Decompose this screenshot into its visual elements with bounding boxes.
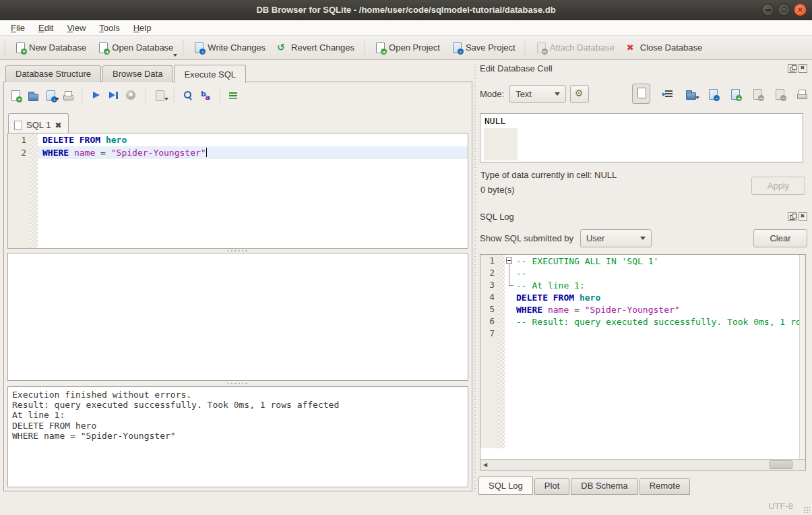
- sql-editor-toolbar: [9, 87, 239, 103]
- results-view: [7, 253, 468, 381]
- export-cell-button[interactable]: [707, 88, 718, 100]
- menu-help[interactable]: Help: [127, 22, 158, 34]
- revert-changes-button[interactable]: Revert Changes: [271, 39, 360, 56]
- editor-margin: [30, 146, 38, 159]
- log-line: 3 -- At line 1:: [480, 279, 799, 291]
- log-line: 4 DELETE FROM hero: [480, 291, 799, 303]
- sql-log-view[interactable]: 1 -- EXECUTING ALL IN 'SQL 1' 2 -- 3 -- …: [480, 254, 806, 471]
- sql-document-icon: [14, 121, 22, 130]
- menubar: File Edit View Tools Help: [0, 20, 812, 36]
- editor-margin: [30, 133, 38, 146]
- toolbar-separator: [172, 88, 175, 102]
- tab-sql-log[interactable]: SQL Log: [478, 476, 533, 495]
- save-project-button[interactable]: Save Project: [445, 39, 521, 56]
- float-dock-icon[interactable]: [788, 212, 797, 221]
- sql-editor[interactable]: 1 DELETE FROM hero 2 WHERE name = "Spide…: [7, 133, 468, 249]
- print-cell-button[interactable]: [796, 88, 807, 100]
- open-project-button[interactable]: Open Project: [369, 39, 445, 56]
- revert-changes-icon: [276, 42, 288, 53]
- gear-icon: [574, 88, 586, 100]
- close-dock-icon[interactable]: [799, 64, 807, 73]
- sql-document-tab[interactable]: SQL 1 ✖: [8, 113, 69, 133]
- toolbar-separator: [524, 40, 527, 55]
- word-wrap-icon[interactable]: [662, 88, 674, 100]
- tab-plot[interactable]: Plot: [534, 478, 569, 495]
- execute-line-button[interactable]: [108, 90, 119, 101]
- save-project-icon: [451, 42, 462, 53]
- panel-splitter[interactable]: [472, 65, 477, 491]
- open-database-dropdown-icon[interactable]: [173, 54, 177, 57]
- log-line: 6 -- Result: query executed successfully…: [480, 315, 799, 328]
- mode-select[interactable]: Text: [509, 85, 566, 103]
- new-database-button[interactable]: New Database: [9, 39, 92, 56]
- tab-db-schema[interactable]: DB Schema: [571, 478, 637, 495]
- open-sql-tab-button[interactable]: [9, 90, 21, 101]
- resize-grip-icon[interactable]: [803, 506, 810, 513]
- scrollbar-thumb[interactable]: [770, 460, 792, 469]
- document-icon: [635, 87, 647, 98]
- splitter-handle[interactable]: ······: [7, 382, 468, 386]
- open-project-icon: [374, 42, 385, 53]
- open-sql-file-button[interactable]: [27, 90, 38, 101]
- execute-all-button[interactable]: [90, 90, 102, 101]
- statusbar: UTF-8: [0, 495, 812, 515]
- float-dock-icon[interactable]: [788, 64, 797, 73]
- fold-marker[interactable]: [505, 255, 515, 267]
- close-database-icon: [625, 42, 637, 53]
- cell-value: NULL: [485, 115, 505, 127]
- close-dock-icon[interactable]: [799, 212, 807, 221]
- write-changes-button[interactable]: Write Changes: [187, 39, 271, 56]
- print-button[interactable]: [62, 90, 73, 101]
- new-database-icon: [14, 42, 26, 53]
- set-null-button: [774, 88, 785, 100]
- close-button[interactable]: ✕: [794, 3, 807, 16]
- menu-tools[interactable]: Tools: [92, 22, 126, 34]
- vertical-scrollbar[interactable]: [799, 255, 805, 459]
- attach-database-button: Attach Database: [530, 39, 620, 56]
- maximize-icon: [782, 7, 786, 12]
- auto-switch-button[interactable]: [570, 85, 589, 103]
- cell-toolbar: [632, 84, 807, 104]
- text-mode-toggle[interactable]: [632, 84, 650, 104]
- cell-editor-margin: [484, 128, 518, 160]
- scroll-left-icon[interactable]: ◀: [480, 460, 490, 470]
- menu-edit[interactable]: Edit: [32, 22, 60, 34]
- stop-button: [125, 90, 137, 101]
- save-sql-file-button[interactable]: [44, 90, 56, 101]
- sql-tab-label: SQL 1: [26, 120, 51, 130]
- minimize-icon: [766, 9, 771, 11]
- tab-remote[interactable]: Remote: [639, 478, 691, 495]
- close-tab-icon[interactable]: ✖: [55, 121, 61, 130]
- clear-log-button[interactable]: Clear: [753, 229, 807, 247]
- text-cursor: [206, 148, 207, 157]
- link-icon[interactable]: [751, 88, 763, 100]
- sql-log-controls: Show SQL submitted by User Clear: [480, 228, 807, 248]
- execution-message: Execution finished without errors.Result…: [7, 386, 468, 487]
- maximize-button[interactable]: [778, 3, 790, 16]
- format-sql-button[interactable]: [199, 90, 211, 101]
- open-database-button[interactable]: Open Database: [92, 39, 179, 56]
- line-number: 2: [8, 146, 30, 159]
- toolbar-separator: [144, 88, 147, 102]
- main-tab-bar: Database Structure Browse Data Execute S…: [5, 65, 247, 82]
- cell-value-editor[interactable]: NULL: [480, 113, 803, 162]
- log-line: 1 -- EXECUTING ALL IN 'SQL 1': [480, 255, 799, 267]
- close-database-button[interactable]: Close Database: [620, 39, 708, 56]
- titlebar: DB Browser for SQLite - /home/user/code/…: [0, 0, 812, 20]
- edit-cell-title: Edit Database Cell: [480, 63, 786, 73]
- word-wrap-button[interactable]: [228, 90, 239, 101]
- submitted-by-select[interactable]: User: [580, 229, 652, 247]
- save-results-button: [154, 90, 165, 101]
- tab-execute-sql[interactable]: Execute SQL: [174, 65, 246, 83]
- open-in-external-button[interactable]: [729, 88, 741, 100]
- horizontal-scrollbar[interactable]: ◀ ▶: [480, 459, 805, 470]
- import-cell-button[interactable]: [685, 88, 696, 100]
- editor-line: 1 DELETE FROM hero: [8, 133, 468, 146]
- tab-browse-data[interactable]: Browse Data: [102, 65, 173, 82]
- menu-file[interactable]: File: [4, 22, 32, 34]
- minimize-button[interactable]: [761, 3, 774, 16]
- apply-button: Apply: [751, 177, 805, 195]
- tab-database-structure[interactable]: Database Structure: [5, 65, 101, 82]
- find-replace-button[interactable]: [182, 90, 193, 101]
- menu-view[interactable]: View: [60, 22, 92, 34]
